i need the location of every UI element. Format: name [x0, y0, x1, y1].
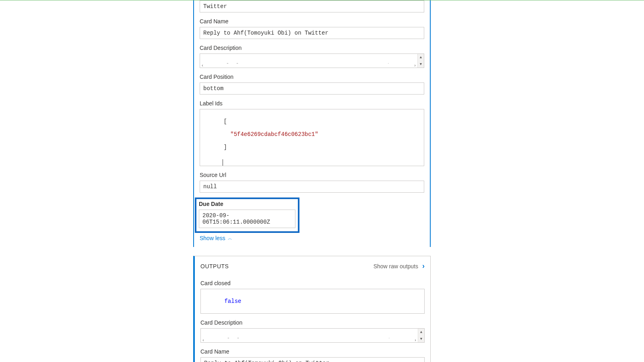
- card-position-value[interactable]: bottom: [200, 82, 424, 95]
- source-url-value[interactable]: null: [200, 181, 424, 193]
- due-date-value[interactable]: 2020-09-06T15:06:11.0000000Z: [199, 210, 295, 228]
- scroll-down-icon[interactable]: ▼: [418, 335, 424, 342]
- first-field-value[interactable]: Twitter: [200, 0, 424, 12]
- card-position-label: Card Position: [200, 74, 424, 80]
- scroll-down-icon[interactable]: ▼: [417, 61, 424, 68]
- show-raw-outputs-button[interactable]: Show raw outputs ›: [374, 262, 425, 270]
- due-date-box-extension: [301, 216, 425, 229]
- hscroll-track-out[interactable]: [206, 339, 413, 342]
- card-closed-bool: false: [224, 298, 241, 304]
- card-closed-label: Card closed: [200, 280, 425, 286]
- outputs-panel: OUTPUTS Show raw outputs › Card closed f…: [193, 256, 431, 362]
- due-date-label: Due Date: [199, 201, 295, 207]
- scroll-right-icon[interactable]: ›: [413, 338, 418, 343]
- show-raw-label: Show raw outputs: [374, 263, 418, 269]
- out-card-name-label: Card Name: [200, 348, 425, 355]
- out-card-description-label: Card Description: [200, 319, 425, 326]
- scroll-up-icon[interactable]: ▲: [418, 329, 424, 335]
- scroll-left-icon[interactable]: ‹: [200, 64, 205, 68]
- label-id-string: "5f4e6269cdabcf46c0623bc1": [230, 131, 318, 138]
- vscroll[interactable]: ▲ ▼: [417, 54, 424, 68]
- card-description-label: Card Description: [200, 45, 424, 51]
- label-ids-value[interactable]: [ "5f4e6269cdabcf46c0623bc1" ]: [200, 109, 424, 166]
- hscroll-out[interactable]: ‹ ›: [201, 338, 418, 342]
- hscroll-track[interactable]: [205, 64, 413, 67]
- viewport: Twitter Card Name Reply to Ahf(Tomoyuki …: [0, 0, 644, 362]
- out-card-description-value[interactable]: 【PR】Logic Apps や Power Automate(Flow) を使…: [200, 328, 425, 343]
- scroll-left-icon[interactable]: ‹: [201, 338, 206, 343]
- source-url-label: Source Url: [200, 172, 424, 178]
- label-ids-label: Label Ids: [200, 100, 424, 107]
- text-cursor: [223, 159, 223, 166]
- card-name-label: Card Name: [200, 18, 424, 25]
- scroll-right-icon[interactable]: ›: [413, 64, 417, 68]
- chevron-right-icon: ›: [422, 262, 425, 270]
- show-less-label: Show less: [200, 235, 225, 241]
- inputs-panel: Twitter Card Name Reply to Ahf(Tomoyuki …: [193, 0, 431, 247]
- card-name-value[interactable]: Reply to Ahf(Tomoyuki Obi) on Twitter: [200, 27, 424, 39]
- chevron-up-icon: ︿: [228, 235, 232, 241]
- vscroll-out[interactable]: ▲ ▼: [418, 329, 424, 342]
- show-less-button[interactable]: Show less ︿: [200, 235, 232, 241]
- outputs-header: OUTPUTS Show raw outputs ›: [200, 256, 425, 274]
- outputs-title: OUTPUTS: [200, 263, 229, 269]
- json-open-bracket: [: [223, 118, 227, 125]
- scroll-up-icon[interactable]: ▲: [417, 54, 424, 61]
- card-closed-value[interactable]: false: [200, 289, 425, 314]
- hscroll[interactable]: ‹ ›: [200, 64, 417, 68]
- out-card-name-value[interactable]: Reply to Ahf(Tomoyuki Obi) on Twitter: [200, 357, 425, 362]
- card-description-value[interactable]: 【PR】Logic Apps や Power Automate(Flow) を使…: [200, 53, 424, 68]
- json-close-bracket: ]: [223, 144, 227, 150]
- due-date-highlight: Due Date 2020-09-06T15:06:11.0000000Z: [195, 197, 299, 233]
